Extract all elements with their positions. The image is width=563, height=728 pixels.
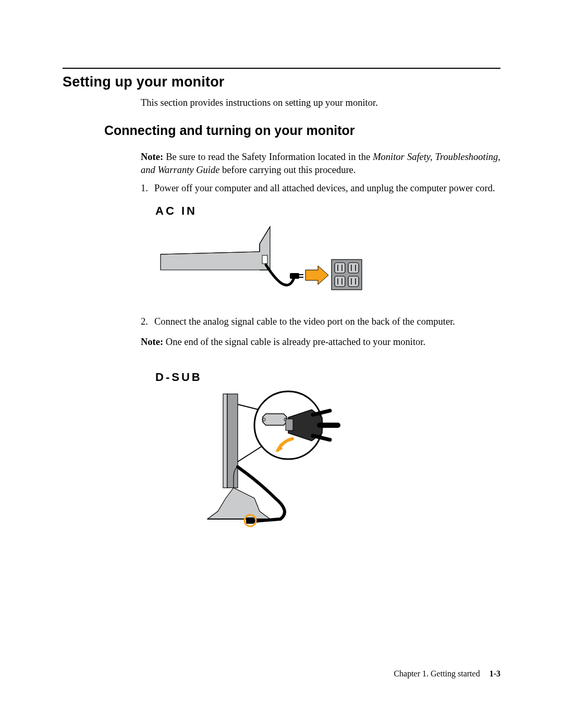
step-1: 1. Power off your computer and all attac…	[141, 182, 500, 195]
heading-setting-up: Setting up your monitor	[63, 74, 500, 90]
note-text-a: Be sure to read the Safety Information l…	[163, 152, 373, 162]
note-text-b: before carrying out this procedure.	[219, 165, 356, 175]
figure-1-label: AC IN	[155, 203, 500, 219]
step-1-text: Power off your computer and all attached…	[154, 182, 500, 195]
svg-rect-14	[348, 276, 359, 287]
svg-line-39	[238, 446, 262, 462]
figure-ac-in	[155, 223, 500, 294]
step-2: 2. Connect the analog signal cable to th…	[141, 315, 500, 328]
note2-label: Note:	[141, 337, 163, 347]
svg-rect-33	[286, 419, 293, 430]
note2-text: One end of the signal cable is already p…	[163, 337, 425, 347]
figure-2-label: D-SUB	[155, 369, 500, 385]
svg-marker-25	[207, 488, 270, 519]
svg-marker-9	[305, 266, 328, 285]
svg-rect-24	[227, 394, 238, 488]
intro-text: This section provides instructions on se…	[141, 97, 500, 108]
svg-rect-11	[335, 263, 345, 273]
svg-rect-5	[262, 255, 267, 264]
svg-line-38	[238, 404, 259, 410]
heading-connecting: Connecting and turning on your monitor	[104, 123, 500, 138]
page-footer: Chapter 1. Getting started 1-3	[394, 669, 500, 678]
horizontal-rule	[63, 68, 500, 69]
note-safety: Note: Be sure to read the Safety Informa…	[141, 151, 500, 177]
svg-rect-6	[290, 273, 299, 279]
step-2-text: Connect the analog signal cable to the v…	[154, 315, 500, 328]
footer-page-number: 1-3	[489, 669, 500, 678]
figure-d-sub	[155, 389, 500, 538]
note-label: Note:	[141, 152, 163, 162]
step-1-number: 1.	[141, 182, 154, 195]
note-preattached: Note: One end of the signal cable is alr…	[141, 336, 500, 349]
footer-chapter: Chapter 1. Getting started	[394, 669, 480, 678]
svg-rect-28	[246, 517, 254, 524]
svg-rect-23	[223, 394, 227, 488]
svg-rect-13	[335, 276, 345, 287]
svg-marker-0	[161, 227, 270, 270]
svg-rect-12	[348, 263, 359, 273]
step-2-number: 2.	[141, 315, 154, 328]
